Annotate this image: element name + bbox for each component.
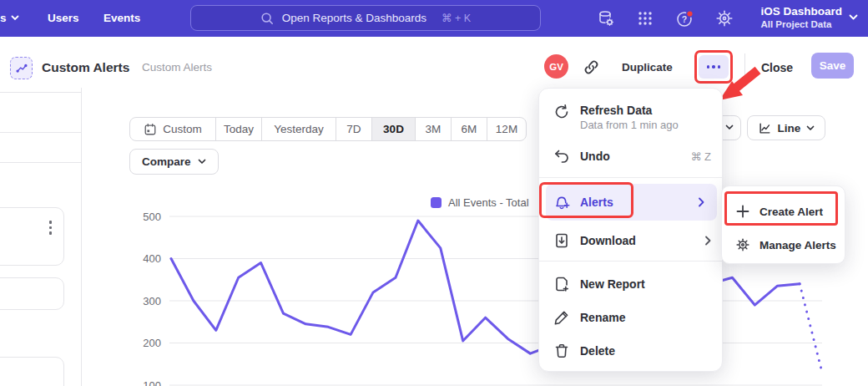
trash-icon — [553, 343, 570, 359]
search-input[interactable]: Open Reports & Dashboards ⌘ + K — [190, 5, 541, 31]
divider — [744, 53, 745, 75]
save-button[interactable]: Save — [811, 53, 854, 79]
builder-sidebar — [0, 88, 82, 386]
report-type-icon — [10, 57, 33, 79]
menu-item-rename[interactable]: Rename — [539, 301, 724, 334]
range-7d[interactable]: 7D — [336, 118, 371, 140]
apps-grid-icon[interactable] — [636, 9, 654, 28]
nav-item-users[interactable]: Users — [48, 12, 79, 24]
chevron-right-icon — [698, 197, 704, 207]
submenu-item-manage-alerts[interactable]: Manage Alerts — [722, 230, 846, 260]
menu-item-new-report[interactable]: New Report — [539, 267, 724, 301]
divider — [539, 261, 724, 262]
pencil-icon — [553, 309, 570, 326]
alerts-submenu: Create Alert Manage Alerts — [721, 185, 845, 264]
svg-text:?: ? — [682, 14, 687, 24]
calendar-icon — [144, 123, 157, 136]
refresh-icon — [553, 104, 570, 120]
chevron-down-icon — [11, 15, 19, 21]
line-chart-icon — [15, 62, 28, 75]
card-options-icon[interactable] — [49, 221, 53, 235]
page-title: Custom Alerts — [42, 60, 129, 75]
divider — [0, 132, 82, 133]
gear-icon — [735, 237, 750, 252]
search-shortcut: ⌘ + K — [442, 12, 471, 24]
submenu-item-create-alert[interactable]: Create Alert — [722, 195, 846, 228]
breadcrumb: Custom Alerts — [142, 61, 212, 74]
download-icon — [553, 232, 570, 249]
y-tick-label: 200 — [143, 337, 161, 349]
menu-item-delete[interactable]: Delete — [539, 334, 724, 368]
range-yesterday[interactable]: Yesterday — [261, 118, 336, 140]
copy-link-button[interactable] — [583, 58, 601, 77]
menu-item-alerts[interactable]: Alerts — [546, 184, 717, 221]
duplicate-button[interactable]: Duplicate — [622, 61, 673, 74]
new-report-icon — [553, 276, 570, 292]
project-name: iOS Dashboard — [760, 4, 842, 18]
menu-item-download[interactable]: Download — [539, 224, 724, 257]
range-30d[interactable]: 30D — [371, 118, 415, 140]
compare-button[interactable]: Compare — [129, 149, 219, 175]
range-6m[interactable]: 6M — [451, 118, 487, 140]
query-card[interactable] — [0, 357, 64, 386]
help-icon[interactable]: ? — [675, 9, 694, 28]
range-3m[interactable]: 3M — [415, 118, 451, 140]
query-card[interactable] — [0, 277, 64, 310]
undo-shortcut: ⌘ Z — [690, 150, 711, 163]
query-card[interactable] — [0, 207, 64, 266]
divider — [0, 92, 82, 93]
chevron-down-icon — [725, 124, 734, 130]
search-placeholder: Open Reports & Dashboards — [282, 12, 426, 24]
data-management-icon[interactable] — [597, 9, 615, 28]
report-options-menu: Refresh Data Data from 1 min ago Undo ⌘ … — [538, 88, 723, 372]
date-range-control: Custom Today Yesterday 7D 30D 3M 6M 12M — [129, 117, 527, 141]
bell-plus-icon — [553, 194, 570, 211]
nav-item-truncated[interactable]: s — [0, 12, 19, 24]
nav-item-events[interactable]: Events — [103, 12, 140, 24]
top-nav: s Users Events Open Reports & Dashboards… — [0, 0, 868, 37]
chart-type-button[interactable]: Line — [747, 115, 825, 140]
more-options-button[interactable] — [699, 55, 729, 79]
notification-badge — [687, 11, 694, 18]
y-tick-label: 300 — [143, 295, 161, 307]
y-tick-label: 400 — [143, 252, 161, 265]
chevron-right-icon — [704, 236, 711, 246]
range-custom[interactable]: Custom — [130, 118, 215, 140]
series-line-dotted — [800, 284, 822, 373]
divider — [539, 177, 724, 178]
chevron-down-icon — [806, 125, 815, 131]
link-icon — [583, 58, 600, 76]
report-header: Custom Alerts Custom Alerts GV Duplicate… — [0, 37, 868, 88]
avatar[interactable]: GV — [544, 54, 568, 79]
menu-item-undo[interactable]: Undo ⌘ Z — [539, 140, 724, 172]
project-selector[interactable]: iOS Dashboard All Project Data — [760, 4, 858, 30]
close-button[interactable]: Close — [761, 61, 793, 74]
y-tick-label: 100 — [143, 379, 161, 386]
chevron-down-icon — [849, 14, 858, 21]
plus-icon — [735, 204, 750, 219]
range-12m[interactable]: 12M — [487, 118, 526, 140]
line-chart-icon — [758, 121, 772, 135]
project-scope: All Project Data — [760, 18, 842, 30]
refresh-sublabel: Data from 1 min ago — [580, 119, 679, 131]
range-today[interactable]: Today — [215, 118, 261, 140]
settings-icon[interactable] — [715, 9, 734, 28]
undo-icon — [553, 148, 570, 165]
divider — [0, 162, 82, 163]
more-options-annotation-box — [694, 50, 733, 84]
nav-item-truncated-label: s — [0, 12, 7, 24]
chevron-down-icon — [198, 159, 206, 165]
y-tick-label: 500 — [143, 211, 161, 223]
search-icon — [260, 12, 274, 25]
